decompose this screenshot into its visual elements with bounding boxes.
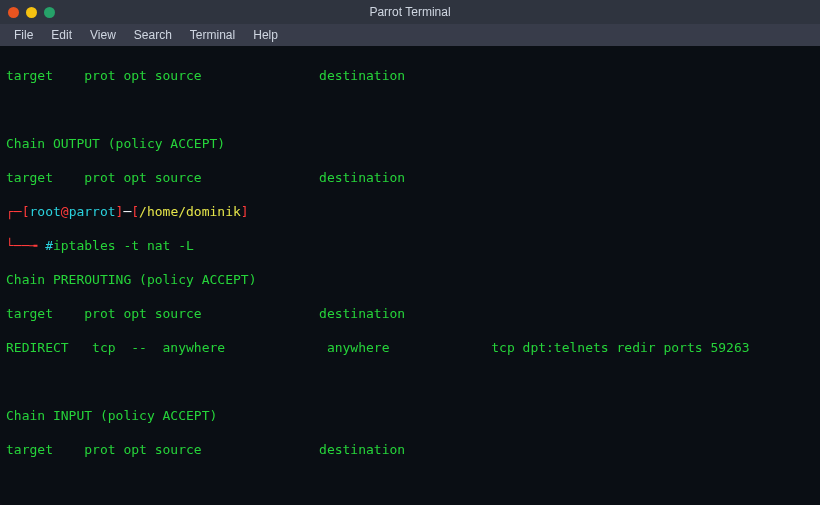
- menu-terminal[interactable]: Terminal: [182, 26, 243, 44]
- titlebar: Parrot Terminal: [0, 0, 820, 24]
- chain-input: Chain INPUT (policy ACCEPT): [6, 407, 814, 424]
- prompt-line-1: ┌─[root@parrot]─[/home/dominik]: [6, 203, 814, 220]
- iptables-header: target prot opt source destination: [6, 67, 814, 84]
- menu-help[interactable]: Help: [245, 26, 286, 44]
- iptables-header-2: target prot opt source destination: [6, 169, 814, 186]
- redirect-rule: REDIRECT tcp -- anywhere anywhere tcp dp…: [6, 339, 814, 356]
- menu-search[interactable]: Search: [126, 26, 180, 44]
- menu-view[interactable]: View: [82, 26, 124, 44]
- menu-file[interactable]: File: [6, 26, 41, 44]
- prompt-cmd-1: └──╼ #iptables -t nat -L: [6, 237, 814, 254]
- menubar: File Edit View Search Terminal Help: [0, 24, 820, 46]
- iptables-header-3: target prot opt source destination: [6, 305, 814, 322]
- iptables-header-4: target prot opt source destination: [6, 441, 814, 458]
- window-title: Parrot Terminal: [0, 5, 820, 19]
- chain-prerouting: Chain PREROUTING (policy ACCEPT): [6, 271, 814, 288]
- terminal-output[interactable]: target prot opt source destination Chain…: [0, 46, 820, 505]
- menu-edit[interactable]: Edit: [43, 26, 80, 44]
- chain-output-1: Chain OUTPUT (policy ACCEPT): [6, 135, 814, 152]
